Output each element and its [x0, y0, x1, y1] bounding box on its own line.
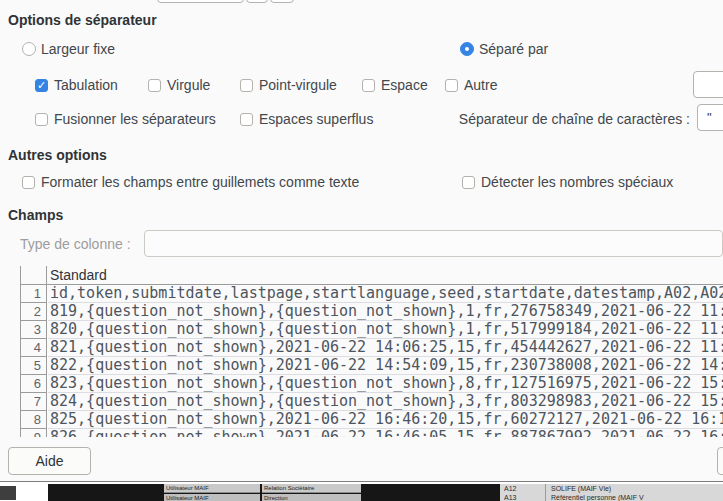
row-text[interactable]: 822,{question_not_shown},2021-06-22 14:5… [48, 357, 723, 375]
row-number: 4 [20, 339, 46, 357]
row-text[interactable]: 819,{question_not_shown},{question_not_s… [48, 303, 723, 321]
string-delimiter-label: Séparateur de chaîne de caractères : [430, 111, 690, 127]
sheet-dark-block [0, 486, 16, 500]
row-number: 2 [20, 303, 46, 321]
sheet-cell: Utilisateur MAIF [164, 484, 260, 493]
fixed-width-radio[interactable] [22, 42, 36, 56]
quoted-as-text-label: Formater les champs entre guillemets com… [41, 174, 359, 190]
sheet-codes-region: A12 SOLIFE (MAIF Vie) A13 Référentiel pe… [500, 484, 723, 501]
point-virgule-label: Point-virgule [259, 77, 337, 93]
espace-checkbox[interactable] [362, 79, 375, 92]
row-text[interactable]: 824,{question_not_shown},{question_not_s… [48, 393, 723, 411]
spin-down-button[interactable] [246, 0, 268, 3]
preview-header-row: Standard [20, 266, 723, 285]
preview-table[interactable]: Standard 1 id,token,submitdate,lastpage,… [20, 266, 723, 437]
sheet-cell: Relation Sociétaire [262, 484, 361, 493]
column-separator-line [46, 266, 47, 437]
autre-checkbox[interactable] [445, 79, 458, 92]
sheet-code-label: SOLIFE (MAIF Vie) [551, 485, 611, 493]
autre-label: Autre [464, 77, 497, 93]
spin-up-button[interactable] [270, 0, 294, 3]
string-delimiter-combo[interactable]: " [697, 104, 723, 131]
table-row[interactable]: 7 824,{question_not_shown},{question_not… [20, 393, 723, 411]
trim-spaces-checkbox[interactable] [240, 113, 253, 126]
merge-separators-label: Fusionner les séparateurs [54, 111, 216, 127]
column-type-label: Type de colonne : [20, 236, 131, 252]
help-button[interactable]: Aide [8, 447, 91, 475]
row-number: 1 [20, 285, 46, 303]
detect-special-numbers-label: Détecter les nombres spéciaux [481, 174, 673, 190]
quoted-as-text-checkbox[interactable] [22, 176, 35, 189]
background-spreadsheet: Utilisateur MAIF Relation Sociétaire Uti… [0, 484, 723, 501]
detect-special-numbers-checkbox[interactable] [462, 176, 475, 189]
row-text[interactable]: id,token,submitdate,lastpage,startlangua… [48, 285, 723, 303]
from-row-spinbox[interactable] [157, 0, 244, 3]
row-text[interactable]: 825,{question_not_shown},2021-06-22 16:4… [48, 411, 723, 429]
virgule-checkbox[interactable] [148, 79, 161, 92]
fixed-width-label: Largeur fixe [41, 41, 115, 57]
table-left-border [20, 266, 21, 437]
table-row[interactable]: 5 822,{question_not_shown},2021-06-22 14… [20, 357, 723, 375]
separated-by-label: Séparé par [479, 41, 548, 57]
tabulation-checkbox[interactable]: ✓ [35, 79, 48, 92]
sheet-cell: Utilisateur MAIF [164, 494, 260, 501]
preview-column-header[interactable]: Standard [50, 267, 107, 284]
row-number: 3 [20, 321, 46, 339]
point-virgule-checkbox[interactable] [240, 79, 253, 92]
row-number: 9 [20, 429, 46, 437]
table-row[interactable]: 1 id,token,submitdate,lastpage,startlang… [20, 285, 723, 303]
sheet-code-label: Référentiel personne (MAIF V [551, 494, 644, 501]
sheet-code: A13 [504, 494, 516, 501]
row-number: 7 [20, 393, 46, 411]
fields-title: Champs [8, 207, 63, 223]
cropped-right-button[interactable] [717, 447, 723, 475]
row-number: 6 [20, 375, 46, 393]
row-number: 5 [20, 357, 46, 375]
row-text[interactable]: 821,{question_not_shown},2021-06-22 14:0… [48, 339, 723, 357]
merge-separators-checkbox[interactable] [35, 113, 48, 126]
table-row[interactable]: 2 819,{question_not_shown},{question_not… [20, 303, 723, 321]
row-text[interactable]: 823,{question_not_shown},{question_not_s… [48, 375, 723, 393]
row-text[interactable]: 826,{question_not_shown},2021-06-22 16:4… [48, 429, 723, 437]
table-row[interactable]: 4 821,{question_not_shown},2021-06-22 14… [20, 339, 723, 357]
other-separator-input[interactable] [693, 71, 723, 98]
separator-options-title: Options de séparateur [8, 12, 157, 28]
separated-by-radio[interactable] [460, 42, 474, 56]
table-row[interactable]: 3 820,{question_not_shown},{question_not… [20, 321, 723, 339]
trim-spaces-label: Espaces superflus [259, 111, 373, 127]
espace-label: Espace [381, 77, 428, 93]
table-row[interactable]: 8 825,{question_not_shown},2021-06-22 16… [20, 411, 723, 429]
table-row[interactable]: 6 823,{question_not_shown},{question_not… [20, 375, 723, 393]
sheet-code: A12 [504, 485, 516, 493]
csv-import-dialog: Options de séparateur Largeur fixe Sépar… [0, 0, 723, 501]
sheet-grid-line [545, 484, 546, 501]
sheet-cell: Direction [262, 494, 361, 501]
row-text[interactable]: 820,{question_not_shown},{question_not_s… [48, 321, 723, 339]
virgule-label: Virgule [167, 77, 210, 93]
tabulation-label: Tabulation [54, 77, 118, 93]
table-row[interactable]: 9 826,{question_not_shown},2021-06-22 16… [20, 429, 723, 437]
row-number: 8 [20, 411, 46, 429]
dialog-bottom-edge [0, 481, 723, 482]
other-options-title: Autres options [8, 147, 107, 163]
column-type-combo[interactable] [144, 230, 723, 257]
